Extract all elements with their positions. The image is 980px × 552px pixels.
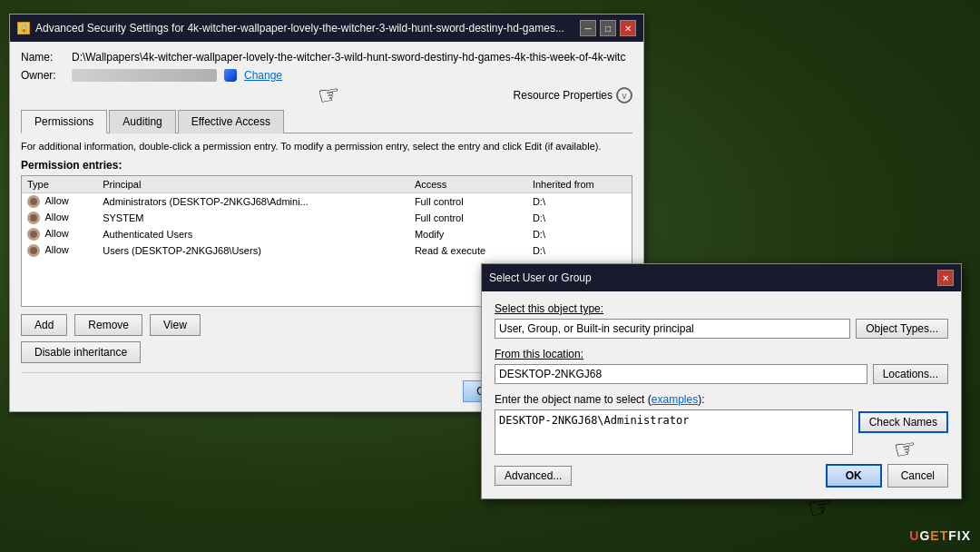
permission-table: Type Principal Access Inherited from All… xyxy=(22,176,632,259)
resource-props-chevron-icon[interactable]: v xyxy=(616,87,632,104)
user-icon xyxy=(27,195,40,208)
watermark-fix: FIX xyxy=(948,528,971,543)
shield-window-icon: 🔒 xyxy=(17,22,30,34)
object-name-section: Enter the object name to select (example… xyxy=(495,393,948,455)
object-name-row: DESKTOP-2NKGJ68\Administrator Check Name… xyxy=(495,409,948,455)
locations-button[interactable]: Locations... xyxy=(873,364,948,384)
select-ok-button[interactable]: OK xyxy=(826,464,882,488)
owner-bar xyxy=(72,69,217,82)
ok-cancel-buttons: OK Cancel xyxy=(826,464,948,488)
watermark: UGETFIX xyxy=(909,528,971,543)
object-type-label: Select this object type: xyxy=(495,302,948,315)
row-type: Allow xyxy=(22,242,97,259)
disable-inheritance-button[interactable]: Disable inheritance xyxy=(21,341,141,363)
table-row[interactable]: Allow Administrators (DESKTOP-2NKGJ68\Ad… xyxy=(22,193,632,211)
view-button[interactable]: View xyxy=(150,314,201,336)
row-inherited: D:\ xyxy=(527,242,632,259)
table-header-row: Type Principal Access Inherited from xyxy=(22,176,632,193)
select-user-group-dialog: Select User or Group ✕ Select this objec… xyxy=(481,263,962,499)
location-input[interactable] xyxy=(495,364,867,384)
row-access: Full control xyxy=(409,193,527,211)
row-principal: Users (DESKTOP-2NKGJ68\Users) xyxy=(97,242,409,259)
tab-auditing[interactable]: Auditing xyxy=(109,110,175,133)
object-type-section: Select this object type: Object Types... xyxy=(495,302,948,339)
row-principal: Administrators (DESKTOP-2NKGJ68\Admini..… xyxy=(97,193,409,211)
location-row: Locations... xyxy=(495,364,948,384)
location-label: From this location: xyxy=(495,348,948,360)
examples-link[interactable]: examples xyxy=(652,393,698,406)
minimize-button[interactable]: ─ xyxy=(580,20,596,36)
titlebar-controls: ─ □ ✕ xyxy=(580,20,636,36)
select-cancel-button[interactable]: Cancel xyxy=(887,464,948,488)
row-type: Allow xyxy=(22,210,97,226)
row-access: Read & execute xyxy=(409,242,527,259)
name-label: Name: xyxy=(21,51,66,64)
row-inherited: D:\ xyxy=(527,226,632,242)
name-value: D:\Wallpapers\4k-witcher-wallpaper-lovel… xyxy=(72,51,632,64)
main-dialog-title: Advanced Security Settings for 4k-witche… xyxy=(35,22,564,34)
select-close-button[interactable]: ✕ xyxy=(937,270,954,286)
user-icon xyxy=(27,244,40,257)
tabs-bar: Permissions Auditing Effective Access xyxy=(21,109,632,133)
main-dialog-titlebar: 🔒 Advanced Security Settings for 4k-witc… xyxy=(10,15,643,42)
select-titlebar-left: Select User or Group xyxy=(489,271,592,284)
row-access: Full control xyxy=(409,210,527,226)
location-section: From this location: Locations... xyxy=(495,348,948,384)
user-icon xyxy=(27,228,40,241)
col-type: Type xyxy=(22,176,97,193)
select-titlebar-controls: ✕ xyxy=(937,270,954,286)
table-row[interactable]: Allow Users (DESKTOP-2NKGJ68\Users) Read… xyxy=(22,242,632,259)
tab-permissions[interactable]: Permissions xyxy=(21,110,107,133)
row-type: Allow xyxy=(22,193,97,211)
owner-label: Owner: xyxy=(21,69,66,82)
col-principal: Principal xyxy=(97,176,409,193)
object-name-label-text: Enter the object name to select xyxy=(495,393,644,406)
row-principal: Authenticated Users xyxy=(97,226,409,242)
name-row: Name: D:\Wallpapers\4k-witcher-wallpaper… xyxy=(21,51,632,64)
maximize-button[interactable]: □ xyxy=(600,20,616,36)
row-principal: SYSTEM xyxy=(97,210,409,226)
owner-row: Owner: Change xyxy=(21,69,632,82)
row-type: Allow xyxy=(22,226,97,242)
watermark-u: U xyxy=(909,528,919,543)
table-row[interactable]: Allow SYSTEM Full control D:\ xyxy=(22,210,632,226)
object-name-label: Enter the object name to select (example… xyxy=(495,393,948,406)
shield-icon xyxy=(224,69,237,82)
object-type-row: Object Types... xyxy=(495,319,948,339)
row-inherited: D:\ xyxy=(527,210,632,226)
select-dialog-title: Select User or Group xyxy=(489,271,592,284)
info-text: For additional information, double-click… xyxy=(21,141,632,152)
permission-table-body: Allow Administrators (DESKTOP-2NKGJ68\Ad… xyxy=(22,193,632,260)
col-access: Access xyxy=(409,176,527,193)
add-button[interactable]: Add xyxy=(21,314,67,336)
object-type-input[interactable] xyxy=(495,319,850,339)
row-inherited: D:\ xyxy=(527,193,632,211)
resource-properties: Resource Properties v xyxy=(514,87,632,104)
object-name-textarea[interactable]: DESKTOP-2NKGJ68\Administrator xyxy=(495,409,853,455)
select-footer: Advanced... OK Cancel xyxy=(495,464,948,488)
check-names-button[interactable]: Check Names xyxy=(858,411,948,433)
select-dialog-content: Select this object type: Object Types...… xyxy=(482,291,961,498)
object-types-button[interactable]: Object Types... xyxy=(856,319,948,339)
row-access: Modify xyxy=(409,226,527,242)
close-button[interactable]: ✕ xyxy=(620,20,636,36)
watermark-g: G xyxy=(919,528,930,543)
user-icon xyxy=(27,212,40,224)
col-inherited: Inherited from xyxy=(527,176,632,193)
owner-value: Change xyxy=(72,69,632,82)
remove-button[interactable]: Remove xyxy=(74,314,142,336)
watermark-t: ET xyxy=(930,528,948,543)
resource-props-label: Resource Properties xyxy=(514,89,612,102)
change-link[interactable]: Change xyxy=(244,69,282,82)
advanced-button[interactable]: Advanced... xyxy=(495,466,572,486)
table-row[interactable]: Allow Authenticated Users Modify D:\ xyxy=(22,226,632,242)
permission-entries-label: Permission entries: xyxy=(21,159,632,172)
select-dialog-titlebar: Select User or Group ✕ xyxy=(482,264,961,291)
titlebar-left: 🔒 Advanced Security Settings for 4k-witc… xyxy=(17,22,564,34)
tab-effective-access[interactable]: Effective Access xyxy=(178,110,284,133)
